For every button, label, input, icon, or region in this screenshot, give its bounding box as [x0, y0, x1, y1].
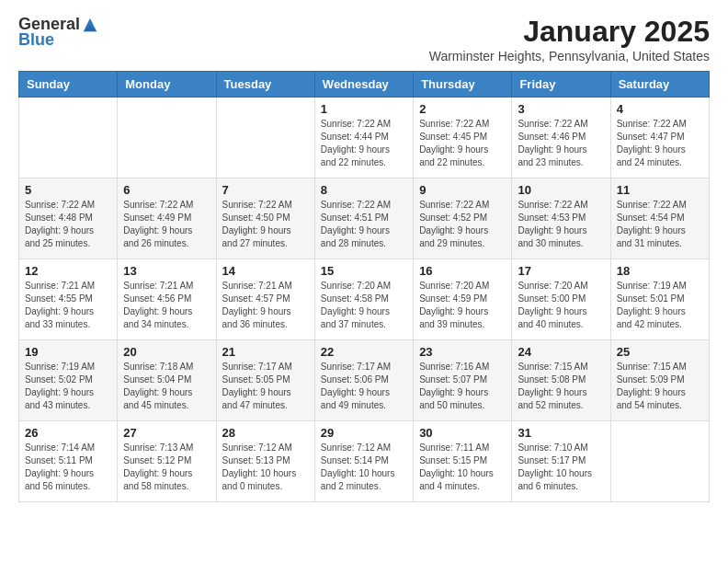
calendar-day-cell: 10Sunrise: 7:22 AM Sunset: 4:53 PM Dayli… — [512, 178, 610, 259]
day-info: Sunrise: 7:22 AM Sunset: 4:45 PM Dayligh… — [419, 118, 506, 169]
day-number: 23 — [419, 345, 506, 359]
day-info: Sunrise: 7:21 AM Sunset: 4:55 PM Dayligh… — [25, 280, 111, 331]
calendar-day-cell: 5Sunrise: 7:22 AM Sunset: 4:48 PM Daylig… — [19, 178, 118, 259]
calendar-day-cell: 14Sunrise: 7:21 AM Sunset: 4:57 PM Dayli… — [216, 259, 314, 340]
calendar-day-cell: 20Sunrise: 7:18 AM Sunset: 5:04 PM Dayli… — [118, 340, 216, 421]
day-number: 4 — [617, 102, 703, 116]
calendar-day-cell: 18Sunrise: 7:19 AM Sunset: 5:01 PM Dayli… — [610, 259, 709, 340]
calendar-day-cell: 27Sunrise: 7:13 AM Sunset: 5:12 PM Dayli… — [118, 421, 216, 502]
calendar-day-cell: 19Sunrise: 7:19 AM Sunset: 5:02 PM Dayli… — [19, 340, 118, 421]
day-number: 14 — [222, 264, 309, 278]
calendar-day-header: Sunday — [19, 72, 118, 98]
calendar-day-cell — [19, 98, 118, 178]
calendar-day-cell: 17Sunrise: 7:20 AM Sunset: 5:00 PM Dayli… — [512, 259, 610, 340]
day-number: 15 — [321, 264, 407, 278]
day-number: 17 — [518, 264, 604, 278]
calendar-day-cell: 13Sunrise: 7:21 AM Sunset: 4:56 PM Dayli… — [118, 259, 216, 340]
calendar-day-cell: 24Sunrise: 7:15 AM Sunset: 5:08 PM Dayli… — [512, 340, 610, 421]
day-number: 11 — [617, 183, 703, 197]
calendar-day-cell — [118, 98, 216, 178]
day-number: 1 — [321, 102, 407, 116]
calendar-day-header: Friday — [512, 72, 610, 98]
calendar-week-row: 5Sunrise: 7:22 AM Sunset: 4:48 PM Daylig… — [19, 178, 710, 259]
day-info: Sunrise: 7:20 AM Sunset: 5:00 PM Dayligh… — [518, 280, 604, 331]
calendar-day-cell: 31Sunrise: 7:10 AM Sunset: 5:17 PM Dayli… — [512, 421, 610, 502]
calendar-day-header: Monday — [118, 72, 216, 98]
day-info: Sunrise: 7:22 AM Sunset: 4:48 PM Dayligh… — [25, 199, 111, 250]
calendar-day-cell: 6Sunrise: 7:22 AM Sunset: 4:49 PM Daylig… — [118, 178, 216, 259]
calendar-day-cell: 23Sunrise: 7:16 AM Sunset: 5:07 PM Dayli… — [414, 340, 512, 421]
day-info: Sunrise: 7:22 AM Sunset: 4:49 PM Dayligh… — [123, 199, 210, 250]
day-number: 16 — [419, 264, 506, 278]
day-info: Sunrise: 7:12 AM Sunset: 5:13 PM Dayligh… — [222, 442, 309, 493]
day-number: 12 — [25, 264, 111, 278]
day-info: Sunrise: 7:21 AM Sunset: 4:57 PM Dayligh… — [222, 280, 309, 331]
calendar-day-cell: 8Sunrise: 7:22 AM Sunset: 4:51 PM Daylig… — [314, 178, 413, 259]
day-number: 21 — [222, 345, 309, 359]
calendar-day-cell: 26Sunrise: 7:14 AM Sunset: 5:11 PM Dayli… — [19, 421, 118, 502]
day-number: 18 — [617, 264, 703, 278]
calendar-day-header: Wednesday — [314, 72, 413, 98]
day-number: 6 — [123, 183, 210, 197]
page-header: General Blue January 2025 Warminster Hei… — [18, 15, 710, 63]
day-info: Sunrise: 7:22 AM Sunset: 4:54 PM Dayligh… — [617, 199, 703, 250]
calendar-header-row: SundayMondayTuesdayWednesdayThursdayFrid… — [19, 72, 710, 98]
day-info: Sunrise: 7:22 AM Sunset: 4:50 PM Dayligh… — [222, 199, 309, 250]
day-info: Sunrise: 7:12 AM Sunset: 5:14 PM Dayligh… — [321, 442, 407, 493]
day-info: Sunrise: 7:22 AM Sunset: 4:44 PM Dayligh… — [321, 118, 407, 169]
logo: General Blue — [18, 15, 98, 50]
calendar-day-cell: 12Sunrise: 7:21 AM Sunset: 4:55 PM Dayli… — [19, 259, 118, 340]
day-number: 29 — [321, 426, 407, 440]
calendar-day-header: Thursday — [414, 72, 512, 98]
day-number: 13 — [123, 264, 210, 278]
day-info: Sunrise: 7:10 AM Sunset: 5:17 PM Dayligh… — [518, 442, 604, 493]
day-number: 2 — [419, 102, 506, 116]
calendar-day-cell: 30Sunrise: 7:11 AM Sunset: 5:15 PM Dayli… — [414, 421, 512, 502]
calendar-day-cell: 22Sunrise: 7:17 AM Sunset: 5:06 PM Dayli… — [314, 340, 413, 421]
day-info: Sunrise: 7:22 AM Sunset: 4:46 PM Dayligh… — [518, 118, 604, 169]
day-info: Sunrise: 7:14 AM Sunset: 5:11 PM Dayligh… — [25, 442, 111, 493]
title-section: January 2025 Warminster Heights, Pennsyl… — [429, 15, 710, 63]
calendar-day-cell — [610, 421, 709, 502]
calendar-day-cell: 16Sunrise: 7:20 AM Sunset: 4:59 PM Dayli… — [414, 259, 512, 340]
calendar-day-cell: 1Sunrise: 7:22 AM Sunset: 4:44 PM Daylig… — [314, 98, 413, 178]
calendar-day-cell: 7Sunrise: 7:22 AM Sunset: 4:50 PM Daylig… — [216, 178, 314, 259]
calendar-week-row: 19Sunrise: 7:19 AM Sunset: 5:02 PM Dayli… — [19, 340, 710, 421]
logo-blue: Blue — [18, 30, 54, 50]
calendar-day-header: Saturday — [610, 72, 709, 98]
day-info: Sunrise: 7:18 AM Sunset: 5:04 PM Dayligh… — [123, 361, 210, 412]
calendar-day-cell: 25Sunrise: 7:15 AM Sunset: 5:09 PM Dayli… — [610, 340, 709, 421]
calendar-week-row: 26Sunrise: 7:14 AM Sunset: 5:11 PM Dayli… — [19, 421, 710, 502]
day-number: 3 — [518, 102, 604, 116]
day-info: Sunrise: 7:15 AM Sunset: 5:08 PM Dayligh… — [518, 361, 604, 412]
logo-icon — [82, 17, 98, 33]
calendar-day-cell: 9Sunrise: 7:22 AM Sunset: 4:52 PM Daylig… — [414, 178, 512, 259]
day-info: Sunrise: 7:20 AM Sunset: 4:59 PM Dayligh… — [419, 280, 506, 331]
day-number: 28 — [222, 426, 309, 440]
day-info: Sunrise: 7:22 AM Sunset: 4:53 PM Dayligh… — [518, 199, 604, 250]
day-number: 10 — [518, 183, 604, 197]
calendar-day-cell: 29Sunrise: 7:12 AM Sunset: 5:14 PM Dayli… — [314, 421, 413, 502]
day-number: 25 — [617, 345, 703, 359]
day-number: 8 — [321, 183, 407, 197]
calendar-day-cell: 21Sunrise: 7:17 AM Sunset: 5:05 PM Dayli… — [216, 340, 314, 421]
calendar-week-row: 12Sunrise: 7:21 AM Sunset: 4:55 PM Dayli… — [19, 259, 710, 340]
subtitle: Warminster Heights, Pennsylvania, United… — [429, 49, 710, 63]
calendar-day-header: Tuesday — [216, 72, 314, 98]
day-number: 27 — [123, 426, 210, 440]
day-info: Sunrise: 7:22 AM Sunset: 4:47 PM Dayligh… — [617, 118, 703, 169]
day-info: Sunrise: 7:17 AM Sunset: 5:05 PM Dayligh… — [222, 361, 309, 412]
day-info: Sunrise: 7:21 AM Sunset: 4:56 PM Dayligh… — [123, 280, 210, 331]
day-info: Sunrise: 7:22 AM Sunset: 4:51 PM Dayligh… — [321, 199, 407, 250]
calendar-day-cell: 15Sunrise: 7:20 AM Sunset: 4:58 PM Dayli… — [314, 259, 413, 340]
calendar-day-cell — [216, 98, 314, 178]
day-info: Sunrise: 7:22 AM Sunset: 4:52 PM Dayligh… — [419, 199, 506, 250]
day-number: 30 — [419, 426, 506, 440]
day-number: 5 — [25, 183, 111, 197]
day-number: 19 — [25, 345, 111, 359]
day-info: Sunrise: 7:16 AM Sunset: 5:07 PM Dayligh… — [419, 361, 506, 412]
month-title: January 2025 — [429, 15, 710, 49]
day-number: 22 — [321, 345, 407, 359]
calendar-day-cell: 3Sunrise: 7:22 AM Sunset: 4:46 PM Daylig… — [512, 98, 610, 178]
day-number: 7 — [222, 183, 309, 197]
